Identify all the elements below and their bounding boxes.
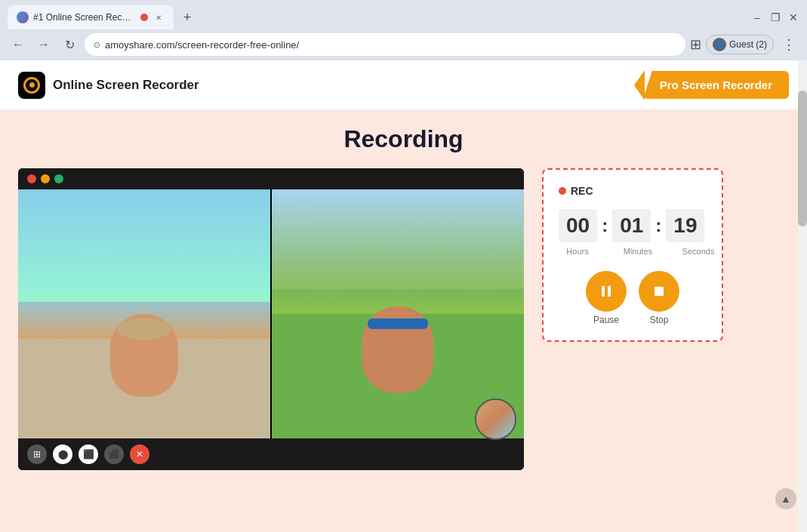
address-bar-row: ← → ↻ ⊙ amoyshare.com/screen-recorder-fr…	[0, 30, 807, 60]
svg-rect-2	[655, 287, 664, 296]
video-container: ⊞ ⬤ ⬛ ⬛ ✕	[18, 168, 524, 470]
rec-dot	[559, 187, 566, 195]
page-title: Recording	[18, 125, 789, 153]
profile-button[interactable]: 👤 Guest (2)	[706, 35, 774, 54]
stop-icon	[651, 283, 667, 300]
scrollbar[interactable]	[798, 60, 807, 532]
control-buttons: Pause Stop	[559, 271, 707, 325]
window-dot-green	[54, 174, 63, 183]
timer-seconds: 19	[666, 209, 704, 242]
pause-button-wrapper: Pause	[586, 271, 627, 325]
browser-menu-button[interactable]: ⋮	[778, 34, 799, 55]
back-button[interactable]: ←	[8, 34, 29, 55]
profile-icon: 👤	[713, 38, 726, 51]
tab-recording-dot	[140, 14, 148, 21]
timer-hours: 00	[559, 209, 597, 242]
pause-button[interactable]	[586, 271, 627, 312]
scroll-up-button[interactable]: ▲	[775, 488, 796, 509]
seconds-label: Seconds	[679, 247, 717, 256]
maximize-button[interactable]: ❐	[769, 11, 781, 23]
logo-text: Online Screen Recorder	[53, 78, 199, 93]
window-dot-yellow	[41, 174, 50, 183]
pro-button-wrapper: Pro Screen Recorder	[643, 71, 789, 99]
pause-icon	[598, 283, 614, 300]
timer-minutes: 01	[612, 209, 651, 242]
timer-colon-1: :	[602, 215, 608, 236]
title-bar: #1 Online Screen Record... ✕ + – ❐ ✕	[0, 0, 807, 30]
video-ctrl-camera[interactable]: ⬛	[79, 444, 98, 464]
logo-icon	[18, 72, 45, 99]
video-panel-left	[18, 189, 270, 438]
timer-colon-2: :	[655, 215, 661, 236]
toolbar-right: ⊞ 👤 Guest (2) ⋮	[690, 34, 799, 55]
url-text: amoyshare.com/screen-recorder-free-onlin…	[105, 39, 299, 51]
pro-screen-recorder-button[interactable]: Pro Screen Recorder	[643, 71, 789, 99]
main-content: Recording	[0, 110, 807, 485]
recording-panel: REC 00 : 01 : 19 Hours Minutes Seconds	[542, 168, 723, 342]
stop-button-wrapper: Stop	[639, 271, 679, 325]
refresh-button[interactable]: ↻	[59, 34, 80, 55]
window-controls: – ❐ ✕	[751, 11, 799, 23]
address-bar[interactable]: ⊙ amoyshare.com/screen-recorder-free-onl…	[85, 33, 685, 56]
window-dot-red	[27, 174, 36, 183]
profile-label: Guest (2)	[729, 39, 767, 50]
video-person-1	[18, 189, 270, 438]
minimize-button[interactable]: –	[751, 11, 763, 23]
tab-favicon	[17, 11, 29, 23]
tab-title: #1 Online Screen Record...	[33, 12, 136, 23]
forward-button[interactable]: →	[33, 34, 54, 55]
tab-bar: #1 Online Screen Record... ✕ +	[8, 5, 198, 29]
grid-icon[interactable]: ⊞	[690, 36, 701, 53]
minutes-label: Minutes	[619, 247, 657, 256]
new-tab-button[interactable]: +	[177, 7, 198, 28]
browser-tab[interactable]: #1 Online Screen Record... ✕	[8, 5, 174, 29]
logo-icon-ring	[23, 77, 40, 94]
pause-label: Pause	[593, 315, 619, 325]
thumbnail-preview	[475, 398, 516, 440]
pro-button-arrow	[634, 70, 645, 100]
stop-label: Stop	[650, 315, 669, 325]
video-ctrl-grid[interactable]: ⊞	[27, 444, 47, 464]
page-content: Online Screen Recorder Pro Screen Record…	[0, 60, 807, 532]
svg-rect-0	[602, 286, 605, 297]
rec-indicator: REC	[559, 185, 707, 197]
tab-close-button[interactable]: ✕	[152, 11, 165, 23]
scrollbar-thumb[interactable]	[798, 91, 807, 226]
video-ctrl-end[interactable]: ✕	[130, 444, 149, 464]
logo-icon-dot	[29, 82, 35, 88]
stop-button[interactable]	[639, 271, 679, 312]
timer-row: 00 : 01 : 19	[559, 209, 707, 242]
video-bottom-bar: ⊞ ⬤ ⬛ ⬛ ✕	[18, 438, 524, 470]
close-button[interactable]: ✕	[787, 11, 799, 23]
video-ctrl-screen[interactable]: ⬛	[104, 444, 124, 464]
content-row: ⊞ ⬤ ⬛ ⬛ ✕ REC 00 : 01 : 19	[18, 168, 789, 470]
site-header: Online Screen Recorder Pro Screen Record…	[0, 60, 807, 110]
logo-area: Online Screen Recorder	[18, 72, 199, 99]
rec-label: REC	[571, 185, 593, 197]
video-main	[18, 189, 524, 438]
video-top-bar	[18, 168, 524, 189]
video-ctrl-mic[interactable]: ⬤	[53, 444, 72, 464]
timer-labels: Hours Minutes Seconds	[559, 247, 707, 256]
svg-rect-1	[608, 286, 611, 297]
security-icon: ⊙	[94, 40, 100, 50]
hours-label: Hours	[559, 247, 596, 256]
